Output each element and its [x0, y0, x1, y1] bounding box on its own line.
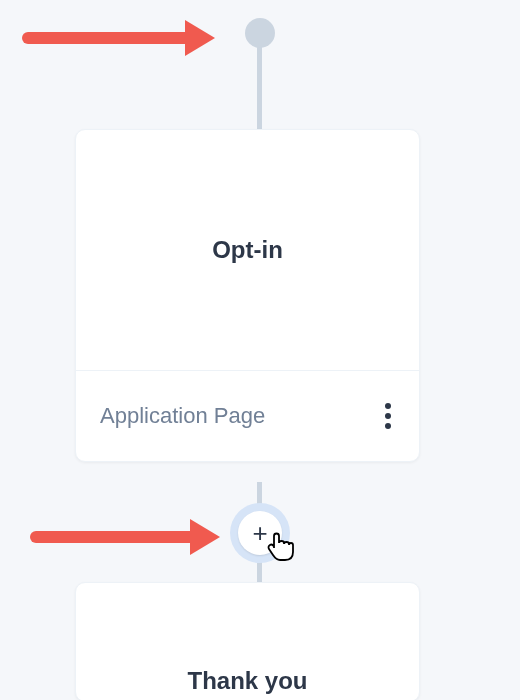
card-body: Opt-in: [76, 130, 419, 370]
flow-card-thankyou[interactable]: Thank you: [75, 582, 420, 700]
card-footer: Application Page: [76, 370, 419, 461]
flow-card-optin[interactable]: Opt-in Application Page: [75, 129, 420, 462]
card-title: Thank you: [187, 667, 307, 695]
more-menu-icon[interactable]: [381, 399, 395, 433]
card-footer-label: Application Page: [100, 403, 265, 429]
start-node[interactable]: [245, 18, 275, 48]
card-body: Thank you: [76, 583, 419, 700]
add-step-button[interactable]: +: [238, 511, 282, 555]
arrow-shaft: [30, 531, 192, 543]
annotation-arrow-mid: [30, 519, 220, 555]
add-node-halo: +: [230, 503, 290, 563]
card-title: Opt-in: [212, 236, 283, 264]
arrow-head-icon: [190, 519, 220, 555]
arrow-shaft: [22, 32, 187, 44]
plus-icon: +: [252, 520, 267, 546]
connector-line-top: [257, 43, 262, 133]
arrow-head-icon: [185, 20, 215, 56]
annotation-arrow-top: [22, 20, 215, 56]
